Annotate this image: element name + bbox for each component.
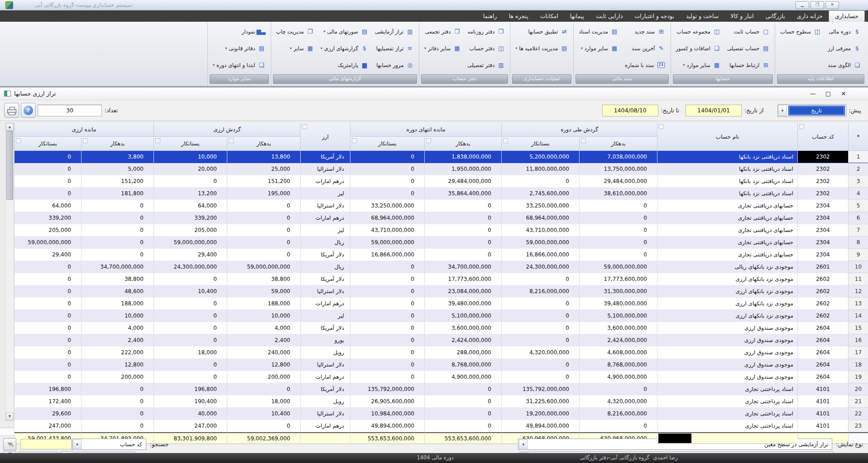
currency-header[interactable]: ارز [300, 123, 350, 151]
row-number-cell[interactable]: 12 [848, 285, 868, 298]
currency-cell[interactable]: روبل [300, 395, 350, 408]
ending-debit-cell[interactable]: 4,900,000,000 [424, 371, 501, 383]
period-debit-cell[interactable]: 0 [579, 236, 657, 249]
account-code-cell[interactable]: 2304 [797, 224, 848, 236]
account-name-cell[interactable]: موجودی صندوق ارزی [657, 334, 797, 347]
account-name-cell[interactable]: موجودی نزد بانکهای ارزی [657, 285, 797, 298]
ending-debit-cell[interactable]: 0 [424, 395, 501, 408]
fx-turnover-credit-cell[interactable]: 20,000 [153, 163, 227, 175]
fx-turnover-debit-cell[interactable]: 0 [227, 249, 300, 261]
account-code-cell[interactable]: 2302 [797, 151, 848, 163]
period-debit-cell[interactable]: 39,480,000,000 [579, 298, 657, 310]
ending-debit-cell[interactable]: 288,000,000 [424, 347, 501, 359]
column-checkbox[interactable] [426, 138, 431, 143]
ending-debit-cell[interactable]: 39,480,000,000 [424, 298, 501, 310]
period-turnover-group-header[interactable]: گردش طی دوره [501, 123, 657, 137]
ribbon-button[interactable]: ▢حساب ثابت [724, 23, 773, 40]
debit-subheader[interactable]: بدهکار [81, 137, 153, 151]
fx-turnover-debit-cell[interactable]: 0 [227, 212, 300, 224]
fx-balance-debit-cell[interactable]: 0 [81, 224, 153, 236]
ribbon-button[interactable]: ◫مجموعه حساب [673, 23, 724, 40]
fx-turnover-debit-cell[interactable]: 0 [227, 200, 300, 212]
fx-turnover-debit-cell[interactable]: 59,000,000,000 [227, 261, 300, 273]
table-row[interactable]: 142602موجودی نزد بانکهای ارزی5,100,000,0… [14, 310, 868, 322]
fx-turnover-debit-cell[interactable]: 0 [227, 236, 300, 249]
close-button[interactable]: ✕ [825, 1, 839, 9]
ribbon-button[interactable]: ◫سطوح حساب [777, 23, 825, 40]
fx-turnover-credit-cell[interactable]: 0 [153, 273, 227, 285]
period-debit-cell[interactable]: 0 [579, 224, 657, 236]
account-name-cell[interactable]: موجودی صندوق ارزی [657, 347, 797, 359]
print-button[interactable] [4, 103, 19, 118]
fx-balance-credit-cell[interactable]: 59,000,000,000 [14, 236, 81, 249]
row-number-cell[interactable]: 21 [848, 395, 868, 408]
account-code-cell[interactable]: 2302 [797, 188, 848, 200]
fx-balance-credit-cell[interactable]: 247,000 [14, 420, 81, 432]
fx-balance-debit-cell[interactable]: 0 [81, 200, 153, 212]
ribbon-button[interactable]: ▤صورتهای مالی▾ [317, 23, 372, 40]
ending-credit-cell[interactable]: 0 [350, 371, 424, 383]
ribbon-button[interactable]: ▆پارامتریک [317, 57, 372, 73]
fx-balance-credit-cell[interactable]: 0 [14, 188, 81, 200]
period-credit-cell[interactable]: 0 [501, 273, 579, 285]
fx-turnover-debit-cell[interactable]: 2,400 [227, 334, 300, 347]
currency-cell[interactable]: درهم امارات [300, 175, 350, 188]
ribbon-button[interactable]: ▦سایر▾ [273, 40, 317, 57]
account-name-cell[interactable]: موجودی نزد بانکهای ارزی [657, 310, 797, 322]
row-number-cell[interactable]: 2 [848, 163, 868, 175]
ending-credit-cell[interactable]: 68,964,000,000 [350, 212, 424, 224]
menu-tab-4[interactable]: انبار و کالا [724, 10, 759, 22]
account-name-cell[interactable]: اسناد پرداختنی تجاری [657, 383, 797, 395]
currency-cell[interactable]: دلار آمریکا [300, 249, 350, 261]
period-credit-cell[interactable]: 0 [501, 359, 579, 371]
currency-cell[interactable]: دلار استرالیا [300, 163, 350, 175]
fx-balance-credit-cell[interactable]: 0 [14, 285, 81, 298]
ribbon-button[interactable]: ⊞سند جدید [622, 23, 669, 40]
account-code-cell[interactable]: 2602 [797, 298, 848, 310]
account-code-cell[interactable]: 2602 [797, 310, 848, 322]
currency-cell[interactable]: درهم امارات [300, 298, 350, 310]
ribbon-button[interactable]: ▤دفاتر قانونی▾ [210, 40, 269, 57]
fx-balance-credit-cell[interactable]: 0 [14, 298, 81, 310]
currency-cell[interactable]: لیر [300, 310, 350, 322]
doc-close-button[interactable]: ✕ [836, 90, 851, 97]
currency-cell[interactable]: دلار آمریکا [300, 273, 350, 285]
account-code-header[interactable]: کد حساب [797, 123, 848, 151]
account-code-cell[interactable]: 2304 [797, 236, 848, 249]
fx-turnover-debit-cell[interactable]: 195,000 [227, 188, 300, 200]
ribbon-button[interactable]: ❏اضافات و کسور [673, 40, 724, 57]
minimize-button[interactable]: ▁ [796, 1, 809, 9]
fx-turnover-debit-cell[interactable]: 0 [227, 420, 300, 432]
fx-turnover-credit-cell[interactable]: 0 [153, 175, 227, 188]
table-row[interactable]: 22302اسناد دریافتنی نزد بانکها13,750,000… [14, 163, 868, 175]
account-name-cell[interactable]: اسناد پرداختنی تجاری [657, 420, 797, 432]
ending-credit-cell[interactable]: 0 [350, 359, 424, 371]
column-checkbox[interactable] [16, 138, 21, 143]
account-name-cell[interactable]: اسناد پرداختنی تجاری [657, 395, 797, 408]
fx-turnover-debit-cell[interactable]: 240,000 [227, 347, 300, 359]
column-checkbox[interactable] [799, 124, 804, 129]
ending-debit-cell[interactable]: 5,100,000,000 [424, 310, 501, 322]
account-code-cell[interactable]: 4101 [797, 408, 848, 420]
account-code-cell[interactable]: 2302 [797, 175, 848, 188]
period-debit-cell[interactable]: 2,424,000,000 [579, 334, 657, 347]
row-number-cell[interactable]: 7 [848, 224, 868, 236]
ribbon-button[interactable]: 23سند با شماره [622, 57, 669, 73]
debit-subheader[interactable]: بدهکار [424, 137, 501, 151]
fx-turnover-group-header[interactable]: گردش ارزی [153, 123, 300, 137]
currency-cell[interactable]: ریال [300, 261, 350, 273]
ending-credit-cell[interactable]: 26,905,600,000 [350, 395, 424, 408]
ribbon-button[interactable]: ❏الگوی سند [825, 57, 864, 73]
period-credit-cell[interactable]: 0 [501, 310, 579, 322]
fx-turnover-credit-cell[interactable]: 13,200 [153, 188, 227, 200]
ending-credit-cell[interactable]: 59,000,000,000 [350, 236, 424, 249]
vertical-scrollbar[interactable]: ▲ ▼ [5, 123, 14, 421]
fx-balance-credit-cell[interactable]: 0 [14, 347, 81, 359]
table-row[interactable]: 12302اسناد دریافتنی نزد بانکها7,038,000,… [14, 151, 868, 163]
fx-balance-debit-cell[interactable]: 181,800 [81, 188, 153, 200]
menu-tab-1[interactable]: حسابداری [829, 10, 865, 22]
column-checkbox[interactable] [229, 138, 234, 143]
ending-credit-cell[interactable]: 0 [350, 175, 424, 188]
ribbon-button[interactable]: ▤حساب تفصیلی [724, 40, 773, 57]
period-credit-cell[interactable]: 0 [501, 298, 579, 310]
